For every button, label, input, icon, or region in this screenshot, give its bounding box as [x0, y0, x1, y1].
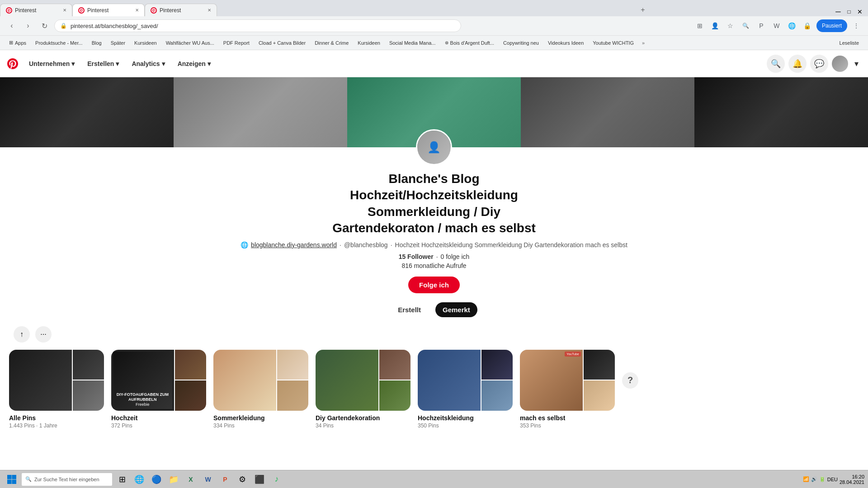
- nav-back[interactable]: ‹: [5, 19, 18, 32]
- new-tab-button[interactable]: +: [637, 4, 649, 16]
- board-images-mach-es-selbst: YouTube: [520, 350, 615, 411]
- search-button[interactable]: 🔍: [767, 55, 785, 73]
- taskbar-icon-chrome[interactable]: 🌐: [131, 471, 147, 488]
- taskbar-icon-terminal[interactable]: ⬛: [251, 471, 268, 488]
- bookmark-dinner[interactable]: Dinner & Crime: [311, 39, 352, 47]
- bookmarks-more[interactable]: »: [639, 39, 647, 47]
- board-img-main-6: YouTube: [520, 350, 583, 411]
- taskbar-search-box[interactable]: 🔍 Zur Suche Text hier eingeben: [22, 473, 112, 486]
- tab-erstellt[interactable]: Erstellt: [391, 302, 428, 317]
- bookmark-produktsuche[interactable]: Produktsuche - Mer...: [32, 39, 86, 47]
- board-title-alle-pins: Alle Pins: [9, 414, 104, 422]
- taskbar-network-icon[interactable]: 📶: [803, 476, 809, 482]
- tab1-close[interactable]: ✕: [63, 8, 66, 13]
- bookmark-kursideen2-label: Kursideen: [358, 40, 380, 46]
- bookmark-wahlfächer[interactable]: Wahlfächer WU Aus...: [162, 39, 218, 47]
- nav-forward[interactable]: ›: [22, 19, 34, 32]
- taskbar-icon-spotify[interactable]: ♪: [269, 471, 285, 488]
- extension-3[interactable]: W: [770, 19, 783, 32]
- bookmark-später[interactable]: Später: [107, 39, 129, 47]
- board-img-main-1: [9, 350, 72, 411]
- board-card-hochzeitskleidung[interactable]: Hochzeitskleidung 350 Pins: [418, 350, 513, 429]
- profile-section: 👤 Blanche's Blog Hochzeit/Hochzeitskleid…: [0, 77, 868, 326]
- taskbar-time-display: 16:20: [840, 474, 864, 479]
- bookmark-pdf[interactable]: PDF Report: [220, 39, 253, 47]
- board-img-sm-2a: [175, 350, 206, 380]
- taskbar-icon-edge[interactable]: 🔵: [148, 471, 165, 488]
- taskbar-icon-excel[interactable]: X: [183, 471, 199, 488]
- start-button[interactable]: [4, 471, 20, 488]
- browser-tab-3[interactable]: Pinterest ✕: [145, 4, 217, 16]
- bookmark-kursideen1[interactable]: Kursideen: [131, 39, 160, 47]
- more-options-button[interactable]: ···: [35, 326, 52, 343]
- board-card-mach-es-selbst[interactable]: YouTube mach es selbst 353 Pins: [520, 350, 615, 429]
- extension-4[interactable]: 🌐: [786, 19, 798, 32]
- follow-button[interactable]: Folge ich: [408, 277, 460, 293]
- board-card-garten[interactable]: Diy Gartendekoration 34 Pins: [316, 350, 410, 429]
- window-close[interactable]: ✕: [855, 7, 864, 16]
- bookmark-youtube[interactable]: Youtube WICHTIG: [589, 39, 637, 47]
- bookmark-kursideen2[interactable]: Kursideen: [354, 39, 384, 47]
- taskbar-clock[interactable]: 16:20 28.04.2021: [840, 474, 864, 485]
- menu-icon[interactable]: ⋮: [850, 19, 863, 32]
- address-bar[interactable]: 🔒 pinterest.at/blanchesblog/_saved/: [54, 19, 461, 32]
- bookmark-canva[interactable]: Cload + Canva Bilder: [255, 39, 309, 47]
- bookmark-apps[interactable]: ⊞ Apps: [5, 39, 30, 47]
- board-card-more[interactable]: ?: [622, 350, 717, 429]
- taskbar-icon-powerpoint[interactable]: P: [217, 471, 233, 488]
- browser-tab-2[interactable]: Pinterest ✕: [72, 4, 145, 16]
- bookmark-apps-label: Apps: [15, 40, 26, 46]
- board-images-sommerkleidung: [213, 350, 308, 411]
- website-separator: ·: [340, 241, 341, 249]
- extension-5[interactable]: 🔒: [801, 19, 814, 32]
- taskbar-icon-explorer[interactable]: ⊞: [114, 471, 130, 488]
- nav-unternehmen[interactable]: Unternehmen ▾: [24, 56, 80, 71]
- board-count-hochzeit: 372 Pins: [111, 422, 206, 429]
- pinterest-logo[interactable]: [7, 58, 18, 69]
- tab-gemerkt[interactable]: Gemerkt: [435, 302, 477, 317]
- extensions-icon[interactable]: ⊞: [693, 19, 706, 32]
- messages-button[interactable]: 💬: [810, 55, 828, 73]
- website-link[interactable]: blogblanche.diy-gardens.world: [251, 241, 337, 249]
- board-card-sommerkleidung[interactable]: Sommerkleidung 334 Pins: [213, 350, 308, 429]
- user-dropdown[interactable]: ▾: [852, 55, 861, 73]
- bookmark-social-media[interactable]: Social Media Mana...: [386, 39, 439, 47]
- taskbar-sound-icon[interactable]: 🔊: [811, 476, 817, 482]
- tab2-close[interactable]: ✕: [135, 8, 139, 13]
- profile-name-line3: Sommerkleidung / Diy: [0, 204, 868, 220]
- nav-erstellen[interactable]: Erstellen ▾: [82, 56, 124, 71]
- account-circle-icon[interactable]: 👤: [709, 19, 722, 32]
- nav-reload[interactable]: ↻: [38, 19, 51, 32]
- window-maximize[interactable]: □: [844, 7, 854, 16]
- board-card-hochzeit[interactable]: DIY-FOTOAUFGABEN ZUM AUFRUBBELNFreebie H…: [111, 350, 206, 429]
- notifications-button[interactable]: 🔔: [788, 55, 807, 73]
- nav-analytics[interactable]: Analytics ▾: [126, 56, 170, 71]
- browser-toolbar: ‹ › ↻ 🔒 pinterest.at/blanchesblog/_saved…: [0, 16, 868, 35]
- apps-icon: ⊞: [9, 40, 13, 46]
- window-minimize[interactable]: ─: [834, 7, 843, 16]
- bookmark-produktsuche-label: Produktsuche - Mer...: [35, 40, 83, 46]
- browser-tab-1[interactable]: Pinterest ✕: [0, 4, 72, 16]
- nav-analytics-chevron: ▾: [162, 60, 165, 67]
- user-avatar[interactable]: [832, 56, 848, 72]
- taskbar-icon-settings[interactable]: ⚙: [234, 471, 250, 488]
- profile-button[interactable]: Pausiert: [816, 19, 847, 32]
- board-card-alle-pins[interactable]: Alle Pins 1.443 Pins · 1 Jahre: [9, 350, 104, 429]
- bookmark-copywriting[interactable]: Copywriting neu: [500, 39, 542, 47]
- taskbar-icon-word[interactable]: W: [200, 471, 216, 488]
- bookmark-videokurs[interactable]: Videokurs Ideen: [544, 39, 587, 47]
- extension-2[interactable]: P: [755, 19, 768, 32]
- bookmark-blog[interactable]: Blog: [88, 39, 105, 47]
- taskbar-battery-icon[interactable]: 🔋: [819, 476, 826, 482]
- extension-1[interactable]: 🔍: [740, 19, 752, 32]
- taskbar-icon-folder[interactable]: 📁: [165, 471, 182, 488]
- bookmark-bois-label: Bois d'Argent Duft...: [450, 40, 494, 46]
- bookmark-bois[interactable]: ⊛ Bois d'Argent Duft...: [441, 39, 498, 47]
- board-img-sm-1a: [73, 350, 104, 380]
- nav-anzeigen[interactable]: Anzeigen ▾: [172, 56, 216, 71]
- bookmark-icon[interactable]: ☆: [724, 19, 737, 32]
- tab3-close[interactable]: ✕: [208, 8, 211, 13]
- reading-list[interactable]: Leseliste: [836, 39, 863, 47]
- toolbar-icons: ⊞ 👤 ☆ 🔍 P W 🌐 🔒 Pausiert ⋮: [693, 19, 863, 32]
- share-button[interactable]: ↑: [14, 326, 30, 343]
